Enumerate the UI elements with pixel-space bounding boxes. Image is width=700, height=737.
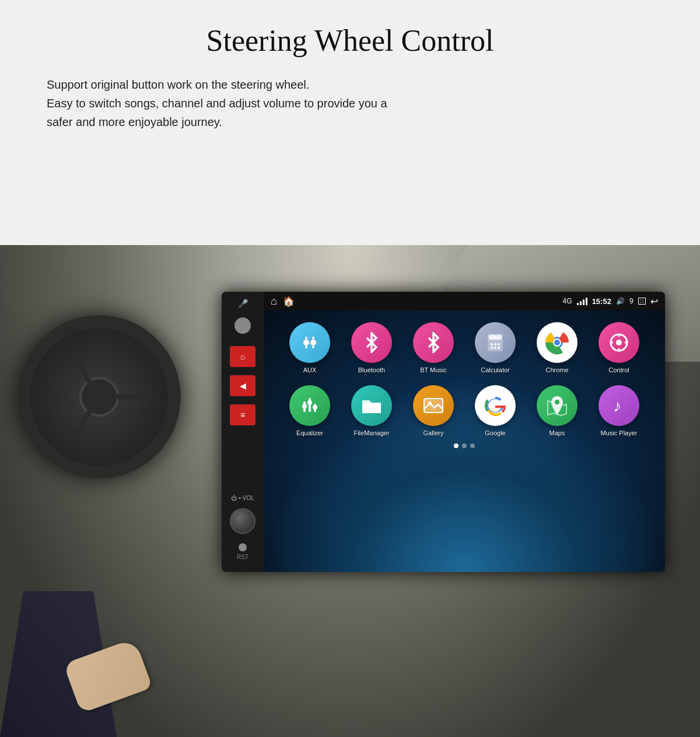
app-icon-maps <box>537 385 578 426</box>
vol-label: ⏻ • VOL <box>231 495 254 501</box>
dot-2 <box>462 443 467 448</box>
home-status-icon[interactable]: ⌂ <box>271 295 277 308</box>
app-item-google[interactable]: Google <box>467 385 524 436</box>
app-item-aux[interactable]: AUX <box>281 322 338 373</box>
page-title: Steering Wheel Control <box>47 23 653 58</box>
app-item-bluetooth[interactable]: Bluetooth <box>343 322 400 373</box>
app-item-musicplayer[interactable]: ♪ Music Player <box>590 385 648 436</box>
app-label-gallery: Gallery <box>424 429 444 436</box>
control-panel: 🎤 ⌂ ◀ ≡ ⏻ • VOL RST <box>222 292 264 572</box>
svg-point-8 <box>491 343 493 345</box>
app-item-filemanager[interactable]: FileManager <box>343 385 400 436</box>
app-icon-calculator <box>475 322 516 363</box>
dot-1 <box>454 443 459 448</box>
home-button[interactable]: ⌂ <box>230 346 256 367</box>
app-icon-control <box>598 322 639 363</box>
app-icon-musicplayer: ♪ <box>598 385 639 426</box>
volume-icon: 🔊 <box>616 297 625 305</box>
back-arrow-icon: ◀ <box>240 381 246 390</box>
volume-knob[interactable] <box>230 508 256 534</box>
battery-number: 9 <box>629 297 634 305</box>
svg-point-27 <box>302 404 307 408</box>
svg-point-28 <box>307 400 312 405</box>
svg-point-12 <box>494 347 496 349</box>
app-item-btmusic[interactable]: BT Music <box>405 322 462 373</box>
apps-status-icon[interactable]: 🏠 <box>283 296 295 307</box>
camera-dot <box>235 317 251 334</box>
signal-bars <box>577 298 587 305</box>
menu-button[interactable]: ≡ <box>230 404 256 425</box>
app-item-gallery[interactable]: Gallery <box>405 385 462 436</box>
page-dots <box>281 443 648 448</box>
status-bar-left: ⌂ 🏠 <box>271 295 295 308</box>
app-grid-row1: AUX Bluetooth <box>281 322 648 373</box>
rst-label: RST <box>237 554 249 560</box>
back-nav-icon[interactable]: ↩ <box>650 296 658 307</box>
app-icon-bluetooth <box>351 322 392 363</box>
top-section: Steering Wheel Control Support original … <box>0 0 700 245</box>
svg-rect-7 <box>489 335 502 340</box>
app-label-aux: AUX <box>303 366 317 373</box>
app-label-calculator: Calculator <box>481 366 510 373</box>
app-area: AUX Bluetooth <box>264 310 665 572</box>
app-icon-aux <box>289 322 330 363</box>
status-bar-right: 4G 15:52 🔊 9 □ ↩ <box>563 296 658 307</box>
svg-point-10 <box>498 343 500 345</box>
app-icon-gallery <box>413 385 454 426</box>
svg-point-19 <box>616 340 622 345</box>
menu-icon: ≡ <box>240 410 245 420</box>
svg-point-29 <box>313 405 317 410</box>
screen: ⌂ 🏠 4G 15:52 🔊 9 □ ↩ <box>264 292 665 572</box>
svg-point-17 <box>554 340 560 345</box>
app-label-bluetooth: Bluetooth <box>358 366 385 373</box>
app-label-btmusic: BT Music <box>420 366 447 373</box>
app-label-musicplayer: Music Player <box>601 429 638 436</box>
svg-point-9 <box>494 343 496 345</box>
desc-line1: Support original button work on the stee… <box>47 78 309 91</box>
desc-line3: safer and more enjoyable journey. <box>47 116 222 128</box>
app-label-control: Control <box>608 366 629 373</box>
app-item-chrome[interactable]: Chrome <box>528 322 586 373</box>
svg-point-33 <box>555 400 559 404</box>
app-label-filemanager: FileManager <box>354 429 389 436</box>
app-icon-google <box>475 385 516 426</box>
svg-text:♪: ♪ <box>613 397 621 415</box>
app-icon-equalizer <box>289 385 330 426</box>
dot-3 <box>470 443 475 448</box>
app-icon-chrome <box>537 322 578 363</box>
back-button[interactable]: ◀ <box>230 375 256 396</box>
app-item-maps[interactable]: Maps <box>528 385 586 436</box>
steering-wheel <box>18 315 181 478</box>
desc-line2: Easy to switch songs, channel and adjust… <box>47 97 387 110</box>
app-label-google: Google <box>485 429 505 436</box>
network-type: 4G <box>563 297 572 305</box>
mic-icon: 🎤 <box>238 299 248 308</box>
app-icon-filemanager <box>351 385 392 426</box>
description-text: Support original button work on the stee… <box>47 75 455 131</box>
app-item-calculator[interactable]: Calculator <box>467 322 524 373</box>
app-label-chrome: Chrome <box>545 366 568 373</box>
app-item-control[interactable]: Control <box>590 322 648 373</box>
svg-rect-13 <box>498 347 500 349</box>
home-icon: ⌂ <box>240 352 245 361</box>
rst-dot <box>239 543 247 551</box>
svg-point-1 <box>310 340 316 345</box>
head-unit: 🎤 ⌂ ◀ ≡ ⏻ • VOL RST ⌂ <box>222 292 665 572</box>
app-icon-btmusic <box>413 322 454 363</box>
app-item-equalizer[interactable]: Equalizer <box>281 385 338 436</box>
window-icon: □ <box>638 298 646 305</box>
svg-point-11 <box>491 347 493 349</box>
app-label-equalizer: Equalizer <box>296 429 323 436</box>
svg-point-0 <box>303 340 309 345</box>
app-grid-row2: Equalizer FileManager <box>281 385 648 436</box>
app-label-maps: Maps <box>550 429 565 436</box>
status-bar: ⌂ 🏠 4G 15:52 🔊 9 □ ↩ <box>264 292 665 310</box>
car-section: 🎤 ⌂ ◀ ≡ ⏻ • VOL RST ⌂ <box>0 245 700 737</box>
time-display: 15:52 <box>592 297 611 306</box>
